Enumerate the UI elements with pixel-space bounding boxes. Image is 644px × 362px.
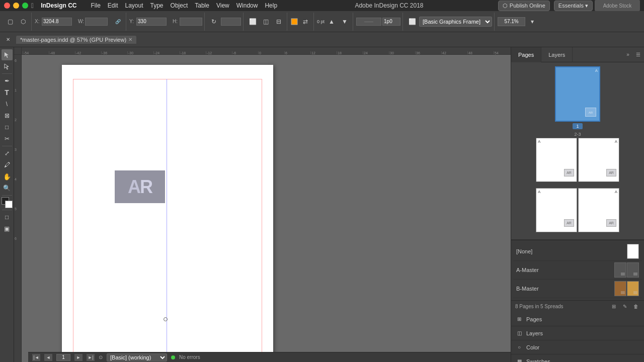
zoom-input[interactable] — [498, 17, 525, 26]
stroke-weight-up[interactable]: ▲ — [326, 16, 338, 27]
tab-layers[interactable]: Layers — [541, 47, 573, 62]
page2-thumbnail[interactable]: A AR — [536, 138, 577, 182]
menu-object[interactable]: Object — [168, 2, 191, 10]
color-boxes[interactable] — [2, 197, 13, 208]
frame-type-select[interactable]: [Basic Graphics Frame] — [419, 17, 492, 27]
angle-input[interactable] — [221, 18, 241, 26]
preview-indicator: ⊙ — [99, 354, 103, 360]
stroke-weight-input[interactable] — [382, 18, 400, 26]
x-input[interactable] — [42, 18, 72, 26]
b-master-label: B-Master — [516, 286, 610, 292]
preview-mode-icon[interactable]: ▣ — [2, 223, 13, 234]
stroke-swap-btn[interactable]: ⇄ — [299, 16, 311, 27]
menu-view[interactable]: View — [213, 2, 232, 10]
y-input[interactable] — [136, 18, 167, 26]
status-bar: |◄ ◄ ► ►| ⊙ [Basic] (working) No errors — [28, 352, 511, 362]
none-master-row[interactable]: [None] — [513, 242, 642, 261]
pages-panel-icon: ⊞ — [515, 315, 523, 323]
b-master-row[interactable]: B-Master — [513, 280, 642, 298]
page3-ar-icon: AR — [606, 169, 616, 176]
page-container: AR — [62, 65, 288, 352]
menu-table[interactable]: Table — [192, 2, 212, 10]
traffic-light-green[interactable] — [22, 3, 28, 9]
page-number-input[interactable] — [56, 354, 70, 361]
selection-tool[interactable]: ▢ — [4, 16, 16, 27]
edit-page-btn[interactable]: ✎ — [621, 303, 629, 311]
transform-btn[interactable]: ⬜ — [247, 16, 259, 27]
color-panel-icon: ○ — [515, 343, 523, 351]
align-btn[interactable]: ⊟ — [273, 16, 285, 27]
traffic-light-yellow[interactable] — [13, 3, 19, 9]
constrain-proportions[interactable]: 🔗 — [112, 16, 124, 27]
type-tool-icon[interactable]: T — [2, 87, 13, 98]
prev-page-btn[interactable]: ◄ — [44, 354, 52, 361]
new-master-btn[interactable]: ⊞ — [610, 303, 618, 311]
first-page-btn[interactable]: |◄ — [32, 354, 40, 361]
free-transform-icon[interactable]: ⤢ — [2, 148, 13, 159]
rectangle-frame-tool-icon[interactable]: ⊠ — [2, 110, 13, 121]
tab-pages[interactable]: Pages — [511, 47, 541, 62]
svg-rect-0 — [291, 19, 297, 25]
spread-45[interactable]: A AR A AR — [515, 187, 640, 232]
menu-layout[interactable]: Layout — [122, 2, 146, 10]
style-selector[interactable]: [Basic] (working) — [107, 353, 167, 361]
spread-23[interactable]: 2-3 A AR A AR — [515, 132, 640, 182]
zoom-options[interactable]: ▾ — [526, 16, 538, 27]
menu-edit[interactable]: Edit — [105, 2, 121, 10]
page-circle-marker — [164, 317, 168, 321]
last-page-btn[interactable]: ►| — [87, 354, 95, 361]
panel-color[interactable]: ○ Color — [511, 340, 644, 354]
file-tab-bar: ✕ *master-pages.indd @ 57% (GPU Preview)… — [0, 32, 644, 47]
effect-btn[interactable]: ◫ — [260, 16, 272, 27]
panel-swatches[interactable]: ▦ Swatches — [511, 354, 644, 362]
masters-section: [None] A-Master B-Master — [511, 240, 644, 300]
h-input[interactable] — [180, 18, 202, 26]
menu-help[interactable]: Help — [262, 2, 280, 10]
traffic-light-red[interactable] — [4, 3, 10, 9]
tab-list-btn[interactable]: ✕ — [2, 34, 14, 45]
pen-tool-icon[interactable]: ✒ — [2, 75, 13, 86]
panel-pages[interactable]: ⊞ Pages — [511, 312, 644, 326]
next-page-btn[interactable]: ► — [74, 354, 83, 361]
a-master-label: A-Master — [516, 267, 610, 273]
menu-type[interactable]: Type — [147, 2, 167, 10]
page5-thumbnail[interactable]: A AR — [578, 188, 619, 232]
menu-file[interactable]: File — [88, 2, 103, 10]
direct-selection-tool-icon[interactable] — [2, 61, 13, 72]
publish-online-button[interactable]: ⬡ Publish Online — [498, 1, 550, 11]
search-button[interactable]: Adobe Stock — [595, 0, 640, 11]
page4-thumbnail[interactable]: A AR — [536, 188, 577, 232]
layers-panel-icon: ◫ — [515, 329, 523, 337]
zoom-tool-icon[interactable]: 🔍 — [2, 183, 13, 194]
background-color[interactable] — [5, 201, 13, 208]
w-input[interactable] — [85, 18, 108, 26]
page3-thumbnail[interactable]: A AR — [578, 138, 619, 182]
none-master-label: [None] — [516, 248, 623, 254]
panels-list: ⊞ Pages ◫ Layers ○ Color ▦ Swatches ⬜ St… — [511, 312, 644, 362]
panel-menu-icon[interactable]: ☰ — [634, 51, 642, 59]
swatches-panel-icon: ▦ — [515, 357, 523, 363]
hand-tool-icon[interactable]: ✋ — [2, 171, 13, 182]
panel-expand-icon[interactable]: » — [624, 51, 632, 59]
selection-tool-icon[interactable] — [2, 49, 13, 60]
eyedropper-icon[interactable]: 🖍 — [2, 159, 13, 170]
a-master-row[interactable]: A-Master — [513, 261, 642, 280]
file-tab[interactable]: *master-pages.indd @ 57% (GPU Preview) ✕ — [16, 36, 136, 44]
delete-page-btn[interactable]: 🗑 — [632, 303, 640, 311]
rotate-tool[interactable]: ↻ — [208, 16, 220, 27]
line-tool-icon[interactable]: \ — [2, 99, 13, 110]
page1-thumbnail[interactable]: AR A 1 — [555, 66, 600, 129]
frame-type-btn[interactable]: ⬜ — [406, 16, 418, 27]
scissors-tool-icon[interactable]: ✂ — [2, 133, 13, 144]
direct-select-tool[interactable]: ⬡ — [17, 16, 29, 27]
rectangle-tool-icon[interactable]: □ — [2, 122, 13, 133]
tab-close-btn[interactable]: ✕ — [128, 37, 132, 42]
h-label: H: — [173, 19, 179, 24]
panel-layers[interactable]: ◫ Layers — [511, 326, 644, 340]
menu-window[interactable]: Window — [233, 2, 261, 10]
canvas-scroll[interactable]: AR — [22, 55, 511, 352]
b-master-right-thumb — [627, 281, 639, 296]
normal-mode-icon[interactable]: □ — [2, 212, 13, 223]
stroke-weight-down[interactable]: ▼ — [339, 16, 351, 27]
essentials-button[interactable]: Essentials ▾ — [554, 1, 593, 11]
